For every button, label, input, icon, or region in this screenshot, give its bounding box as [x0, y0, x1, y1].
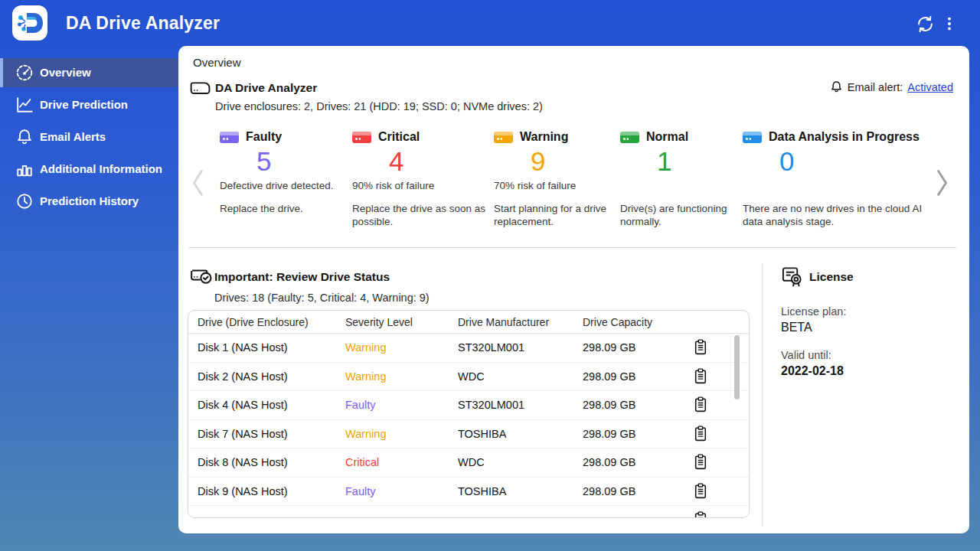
sidebar-item-additional-information[interactable]: Additional Information [0, 155, 178, 184]
cell-drive: Disk 1 (NAS Host) [198, 341, 288, 354]
column-header-severity-level: Severity Level [345, 316, 413, 328]
cell-capacity: 298.09 GB [583, 370, 635, 383]
status-card-note: Replace the drive as soon as possible. [352, 202, 489, 228]
drive-status-icon [743, 132, 762, 143]
review-title: Important: Review Drive Status [214, 270, 390, 284]
license-valid-label: Valid until: [781, 349, 831, 361]
drive-table-body: Disk 1 (NAS Host)WarningST320LM001298.09… [188, 334, 749, 518]
cell-severity: Warning [345, 341, 386, 354]
table-row-partial [188, 506, 749, 518]
email-alert-label: Email alert: [848, 81, 903, 93]
table-row: Disk 9 (NAS Host)FaultyTOSHIBA298.09 GB [188, 478, 749, 507]
sidebar-item-label: Email Alerts [40, 130, 106, 143]
breadcrumb: Overview [193, 56, 241, 69]
status-card-count: 9 [531, 147, 545, 177]
app-logo-icon [12, 5, 47, 41]
cell-manufacturer: TOSHIBA [458, 428, 506, 440]
status-card-count: 1 [657, 147, 671, 177]
status-card-faulty: Faulty5Defective drive detected.Replace … [220, 129, 352, 251]
sidebar-item-drive-prediction[interactable]: Drive Prediction [0, 90, 178, 119]
column-header-drive-capacity: Drive Capacity [583, 316, 652, 328]
refresh-button[interactable] [914, 13, 936, 34]
column-header-drive-drive-enclosure: Drive (Drive Enclosure) [198, 316, 309, 328]
table-scrollbar-thumb[interactable] [734, 335, 740, 399]
status-cards-row: Faulty5Defective drive detected.Replace … [220, 129, 948, 251]
cell-capacity: 298.09 GB [583, 485, 635, 497]
status-card-description: 90% risk of failure [352, 179, 486, 192]
status-card-note: There are no new drives in the cloud AI … [743, 202, 943, 228]
sidebar-nav: OverviewDrive PredictionEmail AlertsAddi… [0, 46, 178, 551]
status-card-note: Start planning for a drive replacement. [494, 202, 616, 228]
status-card-note: Replace the drive. [220, 202, 348, 215]
bell-icon [15, 128, 34, 146]
sidebar-item-email-alerts[interactable]: Email Alerts [0, 122, 178, 152]
table-row: Disk 8 (NAS Host)CriticalWDC298.09 GB [188, 448, 749, 478]
status-card-title: Data Analysis in Progress [769, 130, 920, 144]
status-card-warning: Warning970% risk of failureStart plannin… [494, 129, 620, 251]
status-card-title: Normal [646, 130, 688, 144]
cell-manufacturer: ST320LM001 [458, 341, 524, 354]
cell-severity: Critical [345, 456, 379, 468]
bar-chart-icon [15, 160, 34, 178]
license-icon [781, 266, 803, 291]
hero-title: DA Drive Analyzer [215, 81, 317, 95]
drive-icon [189, 80, 212, 99]
cell-manufacturer: ST320LM001 [458, 399, 524, 411]
section-divider [188, 247, 956, 248]
table-row: Disk 4 (NAS Host)FaultyST320LM001298.09 … [188, 391, 749, 420]
license-divider [762, 263, 763, 527]
review-subtitle: Drives: 18 (Faulty: 5, Critical: 4, Warn… [214, 292, 430, 304]
license-plan-value: BETA [781, 321, 812, 334]
kebab-menu-button[interactable] [939, 13, 960, 34]
cell-manufacturer: WDC [458, 370, 485, 383]
status-card-critical: Critical490% risk of failureReplace the … [352, 129, 494, 251]
clipboard-details-button[interactable] [694, 339, 709, 356]
cell-drive: Disk 7 (NAS Host) [198, 428, 288, 440]
cell-capacity: 298.09 GB [583, 456, 635, 468]
clipboard-details-button[interactable] [694, 483, 709, 500]
status-card-title: Faulty [246, 130, 282, 144]
drive-table: Drive (Drive Enclosure)Severity LevelDri… [188, 310, 750, 518]
table-row: Disk 7 (NAS Host)WarningTOSHIBA298.09 GB [188, 420, 749, 449]
clipboard-details-button[interactable] [694, 511, 709, 518]
email-alert-activated-link[interactable]: Activated [907, 81, 953, 93]
sidebar-item-overview[interactable]: Overview [0, 58, 178, 87]
license-valid-value: 2022-02-18 [781, 364, 844, 378]
app-title: DA Drive Analyzer [66, 0, 220, 46]
sidebar-item-label: Additional Information [40, 162, 162, 175]
cell-drive: Disk 4 (NAS Host) [198, 399, 288, 411]
table-row: Disk 1 (NAS Host)WarningST320LM001298.09… [188, 334, 749, 363]
cell-severity: Warning [345, 428, 386, 440]
status-card-note: Drive(s) are functioning normally. [620, 202, 738, 228]
status-card-normal: Normal1Drive(s) are functioning normally… [620, 129, 743, 251]
cell-capacity: 298.09 GB [583, 428, 635, 440]
status-card-data-analysis-in-progress: Data Analysis in Progress0There are no n… [743, 129, 948, 251]
cell-manufacturer: WDC [458, 456, 485, 468]
carousel-next-button[interactable] [933, 167, 952, 199]
carousel-prev-button[interactable] [190, 167, 208, 199]
sidebar-item-label: Overview [40, 66, 91, 79]
cell-capacity: 298.09 GB [583, 399, 635, 411]
cell-severity: Faulty [345, 399, 376, 411]
license-plan-label: License plan: [781, 305, 846, 318]
table-row: Disk 2 (NAS Host)WarningWDC298.09 GB [188, 363, 749, 392]
drive-status-icon [620, 132, 639, 143]
status-card-count: 0 [779, 147, 794, 177]
drive-status-icon [494, 132, 513, 143]
clipboard-details-button[interactable] [694, 425, 709, 442]
email-alert-status: Email alert: Activated [830, 80, 953, 93]
sidebar-item-prediction-history[interactable]: Prediction History [0, 187, 178, 216]
bell-icon [830, 80, 843, 93]
column-header-drive-manufacturer: Drive Manufacturer [458, 316, 549, 328]
license-title: License [809, 270, 854, 284]
status-card-count: 4 [389, 147, 403, 177]
sidebar-item-label: Drive Prediction [40, 98, 128, 111]
status-card-title: Warning [520, 130, 568, 144]
clipboard-details-button[interactable] [694, 454, 709, 471]
main-panel: Overview DA Drive Analyzer Drive enclosu… [178, 46, 969, 533]
status-card-description: Defective drive detected. [220, 179, 345, 192]
clipboard-details-button[interactable] [694, 368, 709, 385]
status-card-description: 70% risk of failure [494, 179, 612, 192]
clipboard-details-button[interactable] [694, 396, 709, 413]
cell-drive: Disk 2 (NAS Host) [198, 370, 288, 383]
